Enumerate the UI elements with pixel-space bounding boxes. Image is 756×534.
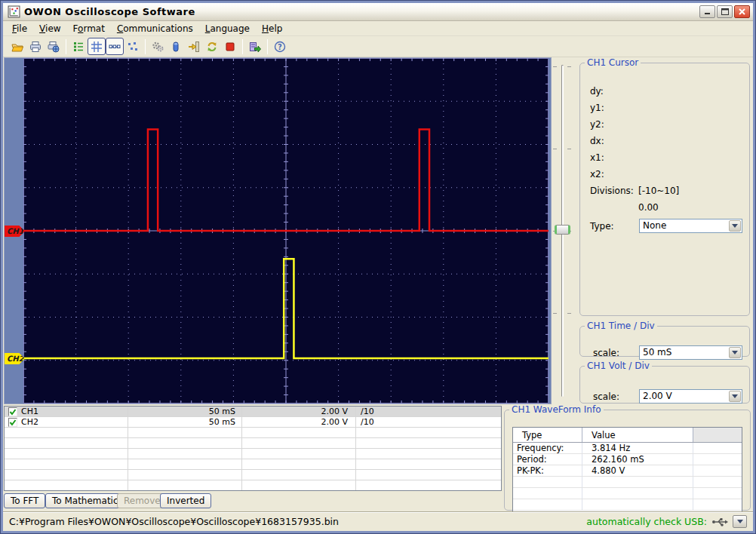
toolbar-separator xyxy=(242,39,243,54)
volt-scale-value: 2.00 V xyxy=(640,390,742,401)
toolbar-separator xyxy=(267,39,268,54)
channel-name-cell xyxy=(21,459,128,469)
info-value: 3.814 Hz xyxy=(582,443,693,453)
waveform-info-row xyxy=(513,499,742,511)
menu-communications[interactable]: Communications xyxy=(111,22,199,35)
ch1-marker[interactable]: CH1 xyxy=(5,226,25,237)
file-path: C:¥Program Files¥OWON¥Oscilloscope¥Oscil… xyxy=(9,516,339,527)
channel-name-cell: CH2 xyxy=(21,417,128,427)
cursor-field-x1: x1: xyxy=(590,152,604,163)
channel-probe-cell xyxy=(356,480,501,490)
info-value xyxy=(582,499,693,510)
channel-row-empty xyxy=(5,428,501,438)
app-window: OWON Oscilloscope Software FileViewForma… xyxy=(0,0,756,534)
info-value: 4.880 V xyxy=(582,465,693,476)
toolbar-settings-gears-button[interactable] xyxy=(149,38,167,55)
ch2-visible-checkbox[interactable] xyxy=(8,418,17,427)
settings-gears-icon xyxy=(152,41,164,53)
cursor-type-dropdown-button[interactable] xyxy=(729,220,741,232)
menu-help[interactable]: Help xyxy=(256,22,288,35)
toolbar-channel-list-button[interactable] xyxy=(69,38,88,55)
app-icon xyxy=(8,5,20,18)
channel-volt-cell xyxy=(242,438,356,448)
cursor-field-x2: x2: xyxy=(590,169,604,180)
info-table-header: TypeValue xyxy=(513,428,742,443)
minimize-button[interactable] xyxy=(699,5,715,18)
usb-dropdown-button[interactable] xyxy=(733,515,747,528)
info-value xyxy=(582,477,693,487)
slider-handle[interactable] xyxy=(555,225,570,235)
toolbar-dots-display-button[interactable] xyxy=(124,38,142,55)
close-button[interactable] xyxy=(734,5,750,18)
maximize-button[interactable] xyxy=(717,5,733,18)
channel-time-cell xyxy=(128,459,242,469)
info-type: Frequency: xyxy=(513,443,582,453)
dots-display-icon xyxy=(127,41,139,53)
ch2-marker[interactable]: CH2 xyxy=(5,353,25,364)
toolbar-help-button[interactable]: ? xyxy=(271,38,289,55)
volt-scale-dropdown-button[interactable] xyxy=(729,391,741,402)
menu-file[interactable]: File xyxy=(6,22,33,35)
time-scale-dropdown-button[interactable] xyxy=(729,347,741,358)
time-scale-combobox[interactable]: 50 mS xyxy=(639,345,742,360)
cursor-field-dy: dy: xyxy=(590,86,604,97)
toolbar-print-image-button[interactable] xyxy=(45,38,63,55)
cursor-field-y2: y2: xyxy=(590,119,604,130)
channel-volt-cell xyxy=(242,428,356,437)
toolbar-refresh-button[interactable] xyxy=(203,38,221,55)
channel-volt-cell xyxy=(242,459,356,469)
cursor-type-combobox[interactable]: None xyxy=(639,219,742,233)
info-col-type: Type xyxy=(513,428,582,442)
ch1-visible-checkbox[interactable] xyxy=(8,407,17,416)
to-fft-button[interactable]: To FFT xyxy=(4,493,45,508)
scope-display[interactable] xyxy=(23,58,549,404)
channel-volt-cell xyxy=(242,449,356,459)
grid-icon xyxy=(91,41,103,53)
title-bar[interactable]: OWON Oscilloscope Software xyxy=(3,3,753,21)
info-type: PK-PK: xyxy=(513,465,582,476)
menu-language[interactable]: Language xyxy=(199,22,256,35)
channel-name-cell xyxy=(21,449,128,459)
menu-view[interactable]: View xyxy=(33,22,66,35)
toolbar-open-folder-button[interactable] xyxy=(8,38,26,55)
window-client-area: OWON Oscilloscope Software FileViewForma… xyxy=(3,3,753,531)
toolbar-stop-button[interactable] xyxy=(221,38,239,55)
usb-icon xyxy=(711,517,728,526)
toolbar-print-button[interactable] xyxy=(26,38,45,55)
volt-scale-combobox[interactable]: 2.00 V xyxy=(639,389,742,404)
channel-time-cell xyxy=(128,438,242,448)
inverted-button[interactable]: Inverted xyxy=(160,493,211,508)
tool-bar: ? xyxy=(3,36,753,57)
channel-volt-cell xyxy=(242,480,356,490)
toolbar-connect-button[interactable] xyxy=(185,38,203,55)
ch1-cursor-title: CH1 Cursor xyxy=(585,57,641,68)
channel-time-cell xyxy=(128,428,242,437)
toolbar-grid-button[interactable] xyxy=(88,38,106,55)
info-type xyxy=(513,499,582,510)
channel-volt-cell: 2.00 V xyxy=(242,417,356,427)
channel-volt-cell: 2.00 V xyxy=(242,407,356,416)
channel-name-cell xyxy=(21,480,128,490)
channel-probe-cell xyxy=(356,470,501,480)
ch1-cursor-group: CH1 Cursor dy:y1:y2:dx:x1:x2: Divisions:… xyxy=(579,57,750,316)
volt-scale-label: scale: xyxy=(593,391,619,402)
channel-name-cell xyxy=(21,428,128,437)
minimize-icon xyxy=(704,8,711,15)
channel-row-empty xyxy=(5,480,501,491)
menu-format[interactable]: Format xyxy=(67,22,111,35)
close-icon xyxy=(739,8,745,15)
print-icon xyxy=(29,41,41,53)
divisions-range: [-10~10] xyxy=(638,186,679,196)
waveform-info-row xyxy=(513,477,742,488)
channel-row-ch1[interactable]: CH150 mS2.00 V/10 xyxy=(5,407,501,417)
channel-row-ch2[interactable]: CH250 mS2.00 V/10 xyxy=(5,417,501,428)
waveform-info-table: TypeValueFrequency:3.814 HzPeriod:262.16… xyxy=(512,427,742,512)
toolbar-usb-device-button[interactable] xyxy=(167,38,185,55)
toolbar-line-interpolation-button[interactable] xyxy=(106,38,124,55)
channel-name-cell xyxy=(21,438,128,448)
channel-time-cell xyxy=(128,480,242,490)
toolbar-export-waveform-button[interactable] xyxy=(246,38,264,55)
time-scale-label: scale: xyxy=(593,348,619,358)
vertical-position-slider[interactable] xyxy=(552,57,573,404)
refresh-icon xyxy=(206,41,218,53)
